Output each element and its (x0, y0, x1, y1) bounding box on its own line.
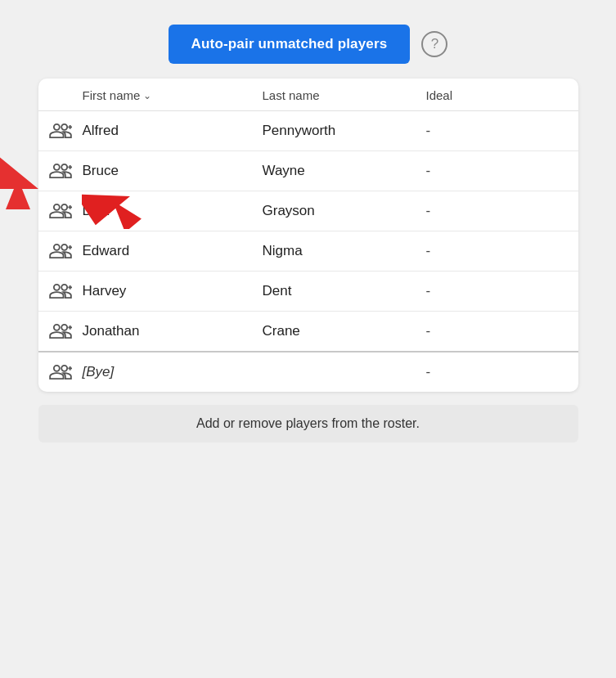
footer-note: Add or remove players from the roster. (38, 405, 578, 442)
table-row: Jonathan Crane - (38, 312, 578, 351)
col-first-name-label: First name (83, 88, 141, 102)
table-row: Edward Nigma - (38, 231, 578, 272)
col-first-name[interactable]: First name ⌄ (83, 88, 263, 102)
ideal-cell: - (426, 123, 492, 139)
last-name-cell: Crane (263, 323, 426, 339)
add-person-cell-5[interactable] (38, 320, 83, 343)
add-person-icon[interactable] (49, 320, 72, 343)
add-person-icon[interactable] (49, 361, 72, 384)
table-row: Alfred Pennyworth - (38, 111, 578, 151)
bye-row: [Bye] - (38, 351, 578, 392)
col-ideal: Ideal (426, 88, 492, 102)
first-name-cell: Bruce (83, 163, 263, 179)
add-person-icon[interactable] (49, 119, 72, 142)
first-name-cell: Dick (83, 203, 263, 219)
col-icon (38, 88, 83, 102)
last-name-cell: Pennyworth (263, 123, 426, 139)
table-row: Harvey Dent - (38, 272, 578, 312)
first-name-cell: Alfred (83, 123, 263, 139)
top-bar: Auto-pair unmatched players ? (169, 25, 448, 64)
last-name-cell: Grayson (263, 203, 426, 219)
first-name-cell: Jonathan (83, 323, 263, 339)
add-person-cell-2[interactable] (38, 200, 83, 222)
bye-ideal: - (426, 364, 492, 380)
table-header: First name ⌄ Last name Ideal (38, 79, 578, 111)
svg-marker-1 (0, 152, 38, 209)
help-icon[interactable]: ? (421, 31, 447, 57)
last-name-cell: Nigma (263, 243, 426, 259)
sort-chevron-icon: ⌄ (143, 90, 151, 101)
ideal-cell: - (426, 283, 492, 299)
add-person-icon[interactable] (49, 200, 72, 222)
bye-add-person-cell[interactable] (38, 361, 83, 384)
ideal-cell: - (426, 203, 492, 219)
last-name-cell: Wayne (263, 163, 426, 179)
table-row: Bruce Wayne - (38, 151, 578, 191)
ideal-cell: - (426, 163, 492, 179)
add-person-icon[interactable] (49, 159, 72, 182)
add-person-icon[interactable] (49, 280, 72, 303)
first-name-cell: Edward (83, 243, 263, 259)
add-person-cell-0[interactable] (38, 119, 83, 142)
col-last-name: Last name (263, 88, 426, 102)
add-person-icon[interactable] (49, 240, 72, 263)
players-table-card: First name ⌄ Last name Ideal Alfred Penn… (38, 79, 578, 392)
add-person-cell-4[interactable] (38, 280, 83, 303)
add-person-cell-1[interactable] (38, 159, 83, 182)
auto-pair-button[interactable]: Auto-pair unmatched players (169, 25, 411, 64)
table-row: Dick Grayson - (38, 191, 578, 231)
last-name-cell: Dent (263, 283, 426, 299)
bye-first-name: [Bye] (83, 364, 263, 380)
first-name-cell: Harvey (83, 283, 263, 299)
ideal-cell: - (426, 243, 492, 259)
ideal-cell: - (426, 323, 492, 339)
table-rows: Alfred Pennyworth - Bruce Wayne - (38, 111, 578, 351)
add-person-cell-3[interactable] (38, 240, 83, 263)
